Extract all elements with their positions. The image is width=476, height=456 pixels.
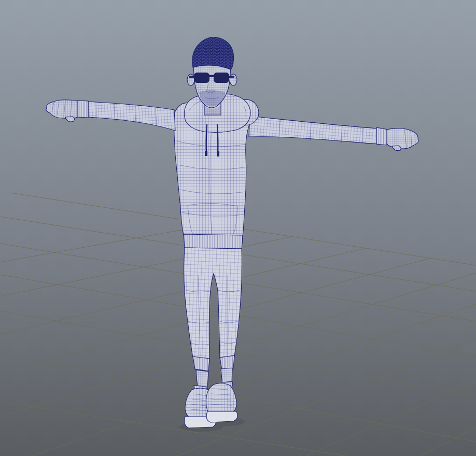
right-arm xyxy=(249,116,418,151)
left-hand xyxy=(46,100,78,119)
left-thumb xyxy=(65,117,75,122)
viewport[interactable] xyxy=(0,0,476,456)
curly-hair xyxy=(192,37,234,69)
left-arm xyxy=(46,100,175,131)
right-thumb xyxy=(392,146,401,151)
right-hand xyxy=(387,128,418,149)
left-cuff xyxy=(77,101,88,118)
hem-band xyxy=(184,234,243,249)
left-pant-cuff xyxy=(193,357,209,371)
right-sneaker xyxy=(206,381,238,422)
right-sole xyxy=(206,411,237,422)
right-cuff xyxy=(376,127,388,145)
